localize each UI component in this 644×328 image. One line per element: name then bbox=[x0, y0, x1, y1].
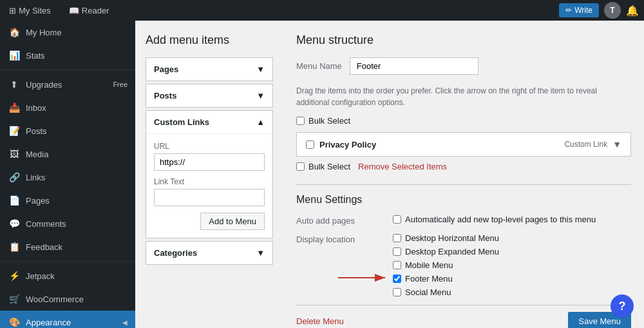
menu-item-privacy-policy: Privacy Policy Custom Link ▼ bbox=[296, 132, 631, 157]
link-text-label: Link Text bbox=[154, 177, 265, 186]
posts-icon: 📝 bbox=[8, 124, 21, 137]
sidebar: 🏠 My Home 📊 Stats ⬆ Upgrades Free 📥 Inbo… bbox=[0, 21, 135, 328]
display-location-row: Display location Desktop Horizontal Menu… bbox=[296, 233, 631, 297]
pages-icon: 📄 bbox=[8, 194, 21, 207]
main-layout: 🏠 My Home 📊 Stats ⬆ Upgrades Free 📥 Inbo… bbox=[0, 21, 644, 328]
social-menu-checkbox[interactable] bbox=[393, 288, 401, 296]
sidebar-item-upgrades[interactable]: ⬆ Upgrades Free bbox=[0, 73, 135, 96]
help-button[interactable]: ? bbox=[611, 294, 634, 318]
categories-chevron-icon: ▼ bbox=[256, 248, 265, 258]
appearance-icon: 🎨 bbox=[8, 316, 21, 328]
jetpack-icon: ⚡ bbox=[8, 269, 21, 282]
link-text-input[interactable] bbox=[154, 189, 265, 206]
links-icon: 🔗 bbox=[8, 171, 21, 184]
mobile-menu-checkbox[interactable] bbox=[393, 261, 401, 269]
custom-links-accordion-header[interactable]: Custom Links ▲ bbox=[146, 111, 272, 133]
bulk-select-bottom-label[interactable]: Bulk Select bbox=[296, 162, 350, 171]
url-label: URL bbox=[154, 142, 265, 151]
appearance-arrow: ◀ bbox=[122, 319, 128, 326]
desktop-horizontal-checkbox[interactable] bbox=[393, 234, 401, 242]
privacy-policy-checkbox[interactable] bbox=[306, 140, 314, 149]
sidebar-item-woocommerce[interactable]: 🛒 WooCommerce bbox=[0, 287, 135, 311]
sidebar-item-inbox[interactable]: 📥 Inbox bbox=[0, 96, 135, 119]
desktop-expanded-option[interactable]: Desktop Expanded Menu bbox=[393, 247, 499, 256]
posts-accordion: Posts ▼ bbox=[146, 84, 273, 108]
auto-add-option[interactable]: Automatically add new top-level pages to… bbox=[393, 215, 596, 224]
pencil-icon: ✏ bbox=[565, 6, 572, 15]
menu-settings-title: Menu Settings bbox=[296, 184, 631, 206]
posts-accordion-header[interactable]: Posts ▼ bbox=[146, 84, 272, 107]
menu-name-row: Menu Name bbox=[296, 57, 631, 75]
sidebar-item-comments[interactable]: 💬 Comments bbox=[0, 212, 135, 235]
add-to-menu-button[interactable]: Add to Menu bbox=[200, 213, 265, 230]
bulk-select-bottom-checkbox[interactable] bbox=[296, 162, 305, 171]
bulk-select-top-checkbox[interactable] bbox=[296, 117, 305, 125]
desktop-expanded-checkbox[interactable] bbox=[393, 247, 401, 256]
auto-add-pages-row: Auto add pages Automatically add new top… bbox=[296, 215, 631, 226]
home-icon: 🏠 bbox=[8, 26, 21, 39]
social-menu-option[interactable]: Social Menu bbox=[393, 287, 499, 297]
top-bar: ⊞ My Sites 📖 Reader ✏ Write T 🔔 bbox=[0, 0, 644, 21]
footer-menu-arrow-annotation bbox=[335, 269, 390, 287]
url-row: URL bbox=[154, 142, 265, 171]
categories-accordion: Categories ▼ bbox=[146, 241, 273, 265]
sidebar-item-pages[interactable]: 📄 Pages bbox=[0, 189, 135, 212]
bulk-select-top-label[interactable]: Bulk Select bbox=[296, 116, 350, 126]
write-button[interactable]: ✏ Write bbox=[559, 3, 599, 17]
menu-structure-title: Menu structure bbox=[296, 34, 631, 47]
stats-icon: 📊 bbox=[8, 49, 21, 62]
notifications-icon[interactable]: 🔔 bbox=[626, 5, 639, 17]
sidebar-item-feedback[interactable]: 📋 Feedback bbox=[0, 235, 135, 258]
top-bar-left: ⊞ My Sites 📖 Reader bbox=[5, 0, 113, 21]
posts-chevron-icon: ▼ bbox=[256, 91, 265, 101]
sidebar-item-posts[interactable]: 📝 Posts bbox=[0, 119, 135, 142]
inbox-icon: 📥 bbox=[8, 101, 21, 114]
menu-name-input[interactable] bbox=[350, 57, 478, 75]
wp-icon: ⊞ bbox=[9, 6, 16, 15]
sidebar-item-stats[interactable]: 📊 Stats bbox=[0, 44, 135, 67]
url-input[interactable] bbox=[154, 153, 265, 171]
sidebar-item-links[interactable]: 🔗 Links bbox=[0, 166, 135, 189]
drag-hint: Drag the items into the order you prefer… bbox=[296, 85, 631, 108]
footer-menu-option[interactable]: Footer Menu bbox=[393, 274, 499, 284]
desktop-horizontal-option[interactable]: Desktop Horizontal Menu bbox=[393, 233, 499, 243]
footer-menu-checkbox[interactable] bbox=[393, 275, 401, 283]
my-sites-link[interactable]: ⊞ My Sites bbox=[5, 0, 55, 21]
privacy-policy-type: Custom Link bbox=[564, 140, 607, 149]
upgrades-badge: Free bbox=[113, 81, 128, 88]
custom-links-accordion: Custom Links ▲ URL Link Text Add to Menu bbox=[146, 110, 273, 238]
custom-links-content: URL Link Text Add to Menu bbox=[146, 133, 272, 238]
mobile-menu-option[interactable]: Mobile Menu bbox=[393, 260, 499, 270]
categories-accordion-header[interactable]: Categories ▼ bbox=[146, 242, 272, 264]
comments-icon: 💬 bbox=[8, 217, 21, 230]
auto-add-checkbox[interactable] bbox=[393, 215, 401, 224]
display-location-options: Desktop Horizontal Menu Desktop Expanded… bbox=[393, 233, 499, 297]
woocommerce-icon: 🛒 bbox=[8, 293, 21, 305]
sidebar-item-jetpack[interactable]: ⚡ Jetpack bbox=[0, 264, 135, 287]
sidebar-item-my-home[interactable]: 🏠 My Home bbox=[0, 21, 135, 44]
feedback-icon: 📋 bbox=[8, 240, 21, 253]
avatar[interactable]: T bbox=[604, 2, 621, 19]
reader-link[interactable]: 📖 Reader bbox=[65, 0, 113, 21]
remove-selected-link[interactable]: Remove Selected Items bbox=[358, 162, 447, 171]
menu-settings-section: Menu Settings Auto add pages Automatical… bbox=[296, 184, 631, 297]
sidebar-item-appearance[interactable]: 🎨 Appearance ◀ bbox=[0, 311, 135, 328]
link-text-row: Link Text bbox=[154, 177, 265, 206]
bulk-select-row-top: Bulk Select bbox=[296, 116, 631, 126]
top-bar-right: ✏ Write T 🔔 bbox=[559, 2, 639, 19]
bulk-select-row-bottom: Bulk Select Remove Selected Items bbox=[296, 162, 631, 171]
pages-chevron-icon: ▼ bbox=[256, 64, 265, 74]
add-menu-panel: Add menu items Pages ▼ Posts ▼ Custom Li… bbox=[135, 21, 283, 328]
display-location-label: Display location bbox=[296, 233, 380, 297]
custom-links-chevron-icon: ▲ bbox=[256, 117, 265, 127]
delete-menu-link[interactable]: Delete Menu bbox=[296, 316, 344, 326]
auto-add-pages-label: Auto add pages bbox=[296, 215, 380, 226]
upgrades-icon: ⬆ bbox=[8, 78, 21, 91]
pages-accordion-header[interactable]: Pages ▼ bbox=[146, 58, 272, 81]
media-icon: 🖼 bbox=[8, 148, 21, 160]
content-area: Add menu items Pages ▼ Posts ▼ Custom Li… bbox=[135, 21, 644, 328]
sidebar-item-media[interactable]: 🖼 Media bbox=[0, 142, 135, 166]
privacy-policy-expand-icon[interactable]: ▼ bbox=[612, 139, 621, 150]
pages-accordion: Pages ▼ bbox=[146, 57, 273, 81]
menu-structure-panel: Menu structure Menu Name Drag the items … bbox=[283, 21, 644, 328]
